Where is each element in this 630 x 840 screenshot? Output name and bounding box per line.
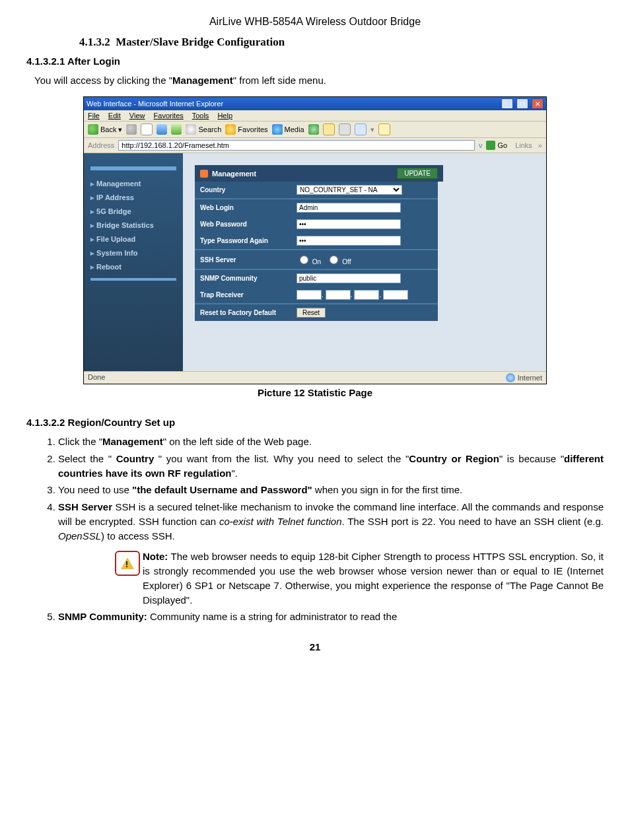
t: Click the " bbox=[58, 436, 102, 447]
discuss-icon[interactable] bbox=[378, 123, 390, 135]
after-login-heading: 4.1.3.2.1 After Login bbox=[26, 55, 604, 67]
menu-file[interactable]: File bbox=[88, 112, 100, 120]
retype-label: Type Password Again bbox=[195, 232, 291, 250]
text-post: " from left side menu. bbox=[233, 75, 326, 86]
t: SNMP Community: bbox=[58, 611, 147, 622]
retype-input[interactable] bbox=[297, 236, 401, 246]
trap-ip-2[interactable] bbox=[326, 290, 351, 300]
config-panel: Management UPDATE Country NO_COUNTRY_SET… bbox=[183, 153, 546, 371]
after-login-text: You will access by clicking the "Managem… bbox=[34, 73, 604, 87]
reset-button[interactable]: Reset bbox=[297, 308, 326, 318]
links-label[interactable]: Links bbox=[515, 141, 532, 149]
stop-icon[interactable] bbox=[141, 123, 153, 135]
t: Select the " bbox=[58, 453, 116, 464]
menu-view[interactable]: View bbox=[129, 112, 145, 120]
t: Country bbox=[116, 453, 155, 464]
section-title-text: Master/Slave Bridge Configuration bbox=[116, 36, 285, 48]
menu-favorites[interactable]: Favorites bbox=[154, 112, 184, 120]
weblogin-input[interactable] bbox=[297, 203, 401, 213]
favorites-label: Favorites bbox=[238, 125, 267, 133]
ssh-off-label: Off bbox=[342, 258, 351, 265]
forward-button[interactable] bbox=[126, 124, 137, 135]
panel-header: Management UPDATE bbox=[195, 165, 443, 182]
region-heading: 4.1.3.2.2 Region/Country Set up bbox=[26, 417, 604, 428]
note-block: Note: The web browser needs to equip 128… bbox=[115, 549, 604, 607]
t: . The SSH port is 22. You need to have a… bbox=[342, 516, 604, 527]
list-item: SSH Server SSH is a secured telnet-like … bbox=[58, 500, 604, 607]
t: when you sign in for the first time. bbox=[312, 484, 463, 495]
page-number: 21 bbox=[26, 641, 604, 652]
search-label: Search bbox=[198, 125, 221, 133]
note-text: Note: The web browser needs to equip 128… bbox=[143, 549, 604, 607]
menu-help[interactable]: Help bbox=[217, 112, 232, 120]
media-button[interactable]: Media bbox=[272, 124, 304, 135]
refresh-icon[interactable] bbox=[157, 124, 167, 135]
trap-ip-4[interactable] bbox=[383, 290, 408, 300]
menu-tools[interactable]: Tools bbox=[192, 112, 209, 120]
t: OpenSSL bbox=[58, 530, 101, 542]
ssh-on-option[interactable]: On bbox=[297, 258, 321, 265]
sidebar-item-management[interactable]: Management bbox=[90, 180, 176, 188]
ssh-label: SSH Server bbox=[195, 250, 291, 269]
t: co-exist with Telnet function bbox=[219, 516, 342, 527]
trap-label: Trap Receiver bbox=[195, 287, 291, 304]
section-number: 4.1.3.2 bbox=[79, 36, 110, 48]
ie-window: Web Interface - Microsoft Internet Explo… bbox=[83, 96, 547, 384]
t: Community name is a string for administr… bbox=[147, 611, 398, 622]
mail-icon[interactable] bbox=[323, 123, 335, 135]
search-button[interactable]: Search bbox=[186, 124, 221, 135]
status-zone: Internet bbox=[506, 373, 542, 382]
ssh-off-option[interactable]: Off bbox=[326, 258, 351, 265]
country-select[interactable]: NO_COUNTRY_SET - NA bbox=[297, 185, 402, 195]
text-pre: You will access by clicking the " bbox=[34, 75, 172, 86]
close-button[interactable]: ✕ bbox=[532, 98, 543, 109]
trap-ip-fields: . . . bbox=[291, 287, 438, 304]
window-titlebar: Web Interface - Microsoft Internet Explo… bbox=[84, 97, 546, 110]
ssh-on-radio[interactable] bbox=[300, 256, 308, 264]
maximize-button[interactable]: □ bbox=[516, 98, 528, 109]
list-item: You need to use "the default Username an… bbox=[58, 483, 604, 497]
t: Country or Region bbox=[409, 453, 499, 464]
sidebar-item-ip[interactable]: IP Address bbox=[90, 193, 176, 202]
t: " on the left side of the Web page. bbox=[163, 436, 312, 447]
go-button[interactable]: Go bbox=[486, 141, 507, 150]
sidebar-item-stats[interactable]: Bridge Statistics bbox=[90, 221, 176, 230]
history-icon[interactable] bbox=[308, 124, 319, 135]
print-icon[interactable] bbox=[339, 123, 351, 135]
favorites-button[interactable]: Favorites bbox=[225, 124, 267, 135]
forward-icon bbox=[126, 124, 137, 135]
edit-icon[interactable] bbox=[355, 123, 367, 135]
snmp-label: SNMP Community bbox=[195, 270, 291, 287]
t: ". bbox=[232, 468, 238, 479]
t: Management bbox=[102, 436, 163, 447]
sidebar-bottom-accent bbox=[90, 278, 176, 281]
address-label: Address bbox=[88, 141, 114, 149]
figure-caption: Picture 12 Statistic Page bbox=[26, 387, 604, 398]
t: " you want from the list. Why you need t… bbox=[154, 453, 409, 464]
status-net-label: Internet bbox=[518, 374, 542, 382]
minimize-button[interactable]: _ bbox=[501, 98, 513, 109]
address-bar: Address v Go Links » bbox=[84, 138, 546, 153]
sidebar-item-sysinfo[interactable]: System Info bbox=[90, 249, 176, 258]
sidebar-item-bridge[interactable]: 5G Bridge bbox=[90, 207, 176, 216]
trap-ip-3[interactable] bbox=[354, 290, 379, 300]
update-button[interactable]: UPDATE bbox=[397, 168, 438, 179]
config-table: Country NO_COUNTRY_SET - NA Web Login We… bbox=[195, 182, 438, 321]
ssh-off-radio[interactable] bbox=[330, 256, 338, 264]
snmp-input[interactable] bbox=[297, 273, 401, 283]
back-button[interactable]: Back ▾ bbox=[88, 124, 122, 135]
webpass-input[interactable] bbox=[297, 219, 401, 229]
trap-ip-1[interactable] bbox=[297, 290, 322, 300]
sidebar-item-upload[interactable]: File Upload bbox=[90, 235, 176, 244]
status-done: Done bbox=[88, 373, 105, 382]
home-icon[interactable] bbox=[171, 124, 182, 135]
menu-edit[interactable]: Edit bbox=[108, 112, 121, 120]
country-label: Country bbox=[195, 182, 291, 199]
media-icon bbox=[272, 124, 283, 135]
t: SSH Server bbox=[58, 501, 112, 512]
sidebar-item-reboot[interactable]: Reboot bbox=[90, 263, 176, 271]
address-input[interactable] bbox=[118, 140, 475, 151]
go-icon bbox=[486, 141, 495, 150]
address-dropdown-icon[interactable]: v bbox=[479, 141, 483, 149]
reset-label: Reset to Factory Default bbox=[195, 304, 291, 321]
